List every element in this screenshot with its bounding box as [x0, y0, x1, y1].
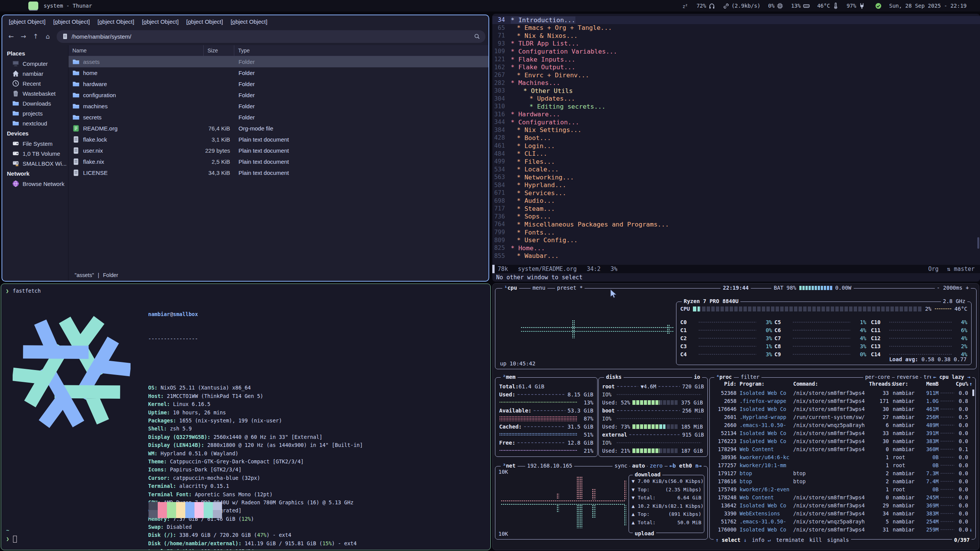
net-box-title[interactable]: ³net — [501, 463, 518, 469]
reverse-toggle[interactable]: reverse — [895, 374, 920, 380]
sidebar-item[interactable]: projects — [2, 108, 68, 118]
separator: ---------------- — [148, 335, 363, 343]
process-row[interactable]: 178294 Web Content /nix/store/sm8fmrf3wp… — [712, 445, 972, 453]
process-row[interactable]: 175749 kworker/6:2-even 1 root 0B 0.0 — [712, 485, 972, 493]
back-button[interactable]: ← — [5, 31, 17, 42]
proc-box-title[interactable]: ⁴proc — [714, 374, 734, 380]
process-row[interactable]: 176000 Isolated Web Co /nix/store/sm8fmr… — [712, 525, 972, 533]
preset-button[interactable]: preset * — [555, 285, 585, 291]
signals-button[interactable]: signals — [827, 537, 849, 543]
filter-button[interactable]: filter — [739, 374, 761, 380]
file-row[interactable]: secrets Folder — [69, 112, 488, 123]
file-row[interactable]: user.nix 229 bytes Plain text document — [69, 145, 488, 156]
per-core-toggle[interactable]: per-core — [863, 374, 892, 380]
process-row[interactable]: 178248 Web Content /nix/store/sm8fmrf3wp… — [712, 493, 972, 501]
status-item[interactable]: 0% — [768, 3, 784, 9]
interface-switcher[interactable]: ←b eth0 n→ — [668, 463, 704, 469]
file-row[interactable]: LICENSE 34,3 KiB Plain text document — [69, 167, 488, 178]
cpu-box-title[interactable]: ¹cpu — [502, 285, 519, 291]
up-button[interactable]: ↑ — [30, 31, 41, 42]
column-name[interactable]: Name — [69, 47, 203, 54]
process-row[interactable]: 2601 .Hyprland-wrapp /run/current-system… — [712, 413, 972, 421]
sidebar-item[interactable]: File System — [2, 139, 68, 148]
status-item[interactable]: 97% — [846, 3, 865, 9]
process-row[interactable]: 51762 .emacs-31.0.50- /nix/store/wnqz5pa… — [712, 517, 972, 525]
btop-window[interactable]: ¹cpu menu preset * 22:19:44 BAT98%0.00W … — [492, 283, 979, 550]
process-row[interactable]: 176646 Isolated Web Co /nix/store/sm8fmr… — [712, 405, 972, 413]
home-button[interactable]: ⌂ — [42, 31, 54, 42]
menu-item[interactable]: [object Object] — [227, 17, 271, 26]
workspace-button[interactable] — [28, 2, 38, 10]
process-row[interactable]: 2658 .firefox-wrappe /nix/store/sm8fmrf3… — [712, 397, 972, 405]
sidebar-item[interactable]: SMALLBOX Wi... — [2, 158, 68, 168]
terminal-window[interactable]: ❯ fastfetch nambiar@smallbox -----------… — [1, 284, 491, 550]
sidebar-item[interactable]: Browse Network — [2, 179, 68, 189]
path-bar[interactable]: /home/nambiar/system/ — [57, 30, 485, 43]
process-row[interactable]: 52368 Isolated Web Co /nix/store/sm8fmrf… — [712, 389, 972, 397]
process-row[interactable]: 178616 btop btop 2 nambiar 7.4M 0.0 — [712, 477, 972, 485]
menu-item[interactable]: [object Object] — [5, 17, 49, 26]
sidebar-item[interactable]: Wastebasket — [2, 88, 68, 98]
menu-item[interactable]: [object Object] — [94, 17, 138, 26]
file-row[interactable]: flake.nix 2,5 KiB Plain text document — [69, 156, 488, 167]
process-row[interactable]: 52134 Isolated Web Co /nix/store/sm8fmrf… — [712, 429, 972, 437]
status-item[interactable]: 13% — [791, 3, 809, 9]
sidebar-item[interactable]: nextcloud — [2, 118, 68, 128]
shell-prompt-empty[interactable]: ❯ — [6, 535, 17, 543]
sidebar-item[interactable]: Recent — [2, 78, 68, 88]
workspace-button[interactable] — [16, 2, 26, 10]
forward-button[interactable]: → — [18, 31, 29, 42]
proc-header-row[interactable]: Pid: Program: Command: Threads: User: Me… — [712, 381, 972, 387]
file-row[interactable]: configuration Folder — [69, 90, 488, 101]
download-label: download — [633, 471, 662, 478]
disks-box-title[interactable]: disks — [604, 374, 624, 380]
scrollbar-thumb[interactable] — [977, 237, 979, 249]
column-type[interactable]: Type — [234, 45, 488, 56]
sync-toggle[interactable]: sync — [612, 463, 629, 469]
status-item[interactable]: 72% — [696, 3, 715, 9]
file-row[interactable]: assets Folder — [69, 56, 488, 67]
status-item[interactable]: (2.9kb/s) — [723, 3, 761, 9]
process-row[interactable]: 176223 Isolated Web Co /nix/store/sm8fmr… — [712, 437, 972, 445]
status-item[interactable] — [873, 3, 882, 9]
sidebar-item[interactable]: nambiar — [2, 68, 68, 78]
process-row[interactable]: 179127 btop btop 2 nambiar 7.3M 0.0 — [712, 469, 972, 477]
search-icon[interactable] — [474, 33, 480, 39]
terminate-button[interactable]: terminate — [776, 537, 804, 543]
update-interval[interactable]: - 2000ms + — [935, 285, 971, 291]
file-row[interactable]: machines Folder — [69, 101, 488, 112]
sidebar-item[interactable]: Downloads — [2, 98, 68, 108]
kill-button[interactable]: kill — [809, 537, 822, 543]
status-item[interactable]: Sun, 28 Sep 2025 - 22:19 — [889, 3, 975, 9]
file-row[interactable]: home Folder — [69, 67, 488, 78]
status-item[interactable]: 46°C — [817, 3, 839, 9]
menu-item[interactable]: [object Object] — [183, 17, 227, 26]
auto-toggle[interactable]: auto — [630, 463, 647, 469]
process-row[interactable]: 3390 WebExtensions /nix/store/sm8fmrf3wp… — [712, 509, 972, 517]
file-row[interactable]: README.org 76,4 KiB Org-mode file — [69, 123, 488, 134]
status-item[interactable]: zz — [680, 3, 689, 9]
file-row[interactable]: hardware Folder — [69, 78, 488, 90]
io-toggle[interactable]: io — [692, 374, 702, 380]
process-row[interactable]: 13642 Isolated Web Co /nix/store/sm8fmrf… — [712, 501, 972, 509]
file-row[interactable]: flake.lock 3,1 KiB Plain text document — [69, 134, 488, 145]
menu-item[interactable]: [object Object] — [139, 17, 182, 26]
emacs-window[interactable]: 34 *Introduction... 65 *Emacs + Org + Ta… — [492, 14, 980, 282]
proc-scrollbar-thumb[interactable] — [972, 390, 974, 396]
process-row[interactable]: 2660 .emacs-31.0.50- /nix/store/wnqz5pa8… — [712, 421, 972, 429]
org-star: * — [511, 64, 514, 71]
column-size[interactable]: Size — [203, 45, 234, 56]
info-button[interactable]: info ↵ — [752, 537, 771, 543]
process-row[interactable]: 177257 kworker/10:1-mm_ 1 root 0B 0.0 — [712, 461, 972, 469]
zero-toggle[interactable]: zero — [648, 463, 665, 469]
disk-usb-icon — [12, 160, 19, 167]
network-header: Network — [2, 168, 68, 179]
mem-box-title[interactable]: ²mem — [501, 374, 518, 380]
workspace-button[interactable] — [4, 2, 14, 10]
sidebar-item[interactable]: Computer — [2, 59, 68, 68]
sort-selector[interactable]: ← cpu lazy → — [931, 374, 972, 380]
sidebar-item[interactable]: 1,0 TB Volume — [2, 148, 68, 158]
menu-item[interactable]: [object Object] — [50, 17, 93, 26]
menu-button[interactable]: menu — [531, 285, 547, 291]
process-row[interactable]: 38936 kworker/u64:6-kc 1 root 0B 0.0 — [712, 453, 972, 461]
